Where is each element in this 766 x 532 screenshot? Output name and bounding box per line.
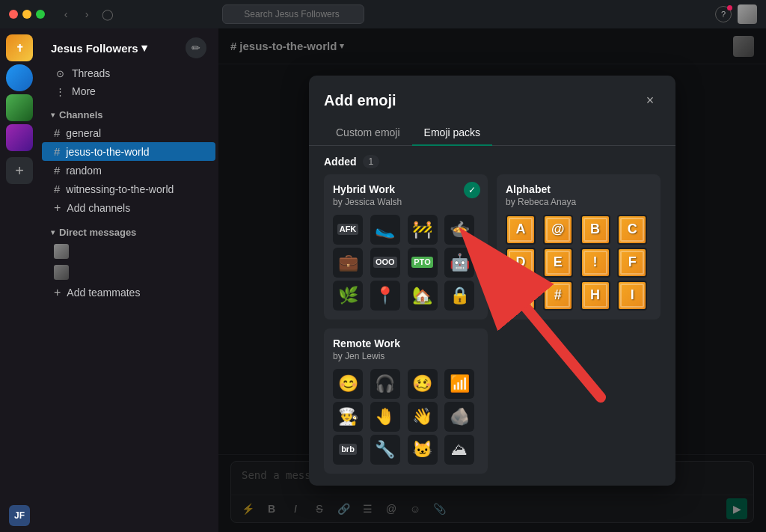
emoji-stones: 🪨 bbox=[444, 402, 474, 432]
sidebar-item-add-channels[interactable]: + Add channels bbox=[42, 198, 215, 218]
filter-badge[interactable]: 1 bbox=[363, 155, 380, 168]
workspace-sidebar: ✝ + JF bbox=[0, 28, 39, 532]
main-content: # jesus-to-the-world ▾ ⚡ B I S 🔗 ☰ bbox=[218, 28, 766, 532]
sidebar-item-threads[interactable]: ⊙ Threads bbox=[42, 64, 215, 82]
emoji-house: 🏡 bbox=[408, 281, 438, 311]
alpha-hash: # bbox=[543, 281, 573, 311]
tab-emoji-packs[interactable]: Emoji packs bbox=[412, 120, 492, 146]
compose-button[interactable]: ✏ bbox=[186, 37, 206, 58]
emoji-ooo: OOO bbox=[370, 248, 400, 278]
pack-author-hybrid: by Jessica Walsh bbox=[333, 197, 479, 207]
pack-emojis-remote: 😊 🎧 🥴 📶 👨‍🍳 🤚 👋 🪨 brb 🔧 🐱 ⛰ bbox=[333, 369, 479, 465]
threads-icon: ⊙ bbox=[54, 68, 66, 79]
alpha-at: @ bbox=[543, 215, 573, 245]
alpha-D: D bbox=[506, 248, 536, 278]
alpha-exclaim: ! bbox=[580, 248, 610, 278]
alpha-C: C bbox=[617, 215, 647, 245]
pack-hybrid-work[interactable]: Hybrid Work by Jessica Walsh ✓ AFK 🥿 🚧 🍲… bbox=[324, 174, 488, 319]
alpha-F: F bbox=[617, 248, 647, 278]
sidebar-item-jesus-to-the-world[interactable]: # jesus-to-the-world bbox=[42, 142, 215, 161]
sidebar-item-dm-2[interactable] bbox=[42, 262, 215, 283]
alpha-G: G bbox=[506, 281, 536, 311]
pack-header-hybrid: Hybrid Work by Jessica Walsh bbox=[333, 183, 479, 207]
pack-alphabet[interactable]: Alphabet by Rebeca Anaya A @ B C D E ! F bbox=[497, 174, 661, 319]
pack-header-remote: Remote Work by Jen Lewis bbox=[333, 337, 479, 361]
sidebar-item-add-teammates[interactable]: + Add teammates bbox=[42, 283, 215, 302]
pack-emojis-hybrid: AFK 🥿 🚧 🍲 💼 OOO PTO 🤖 🌿 📍 🏡 🔒 bbox=[333, 215, 479, 311]
alpha-E: E bbox=[543, 248, 573, 278]
pack-name-alphabet: Alphabet bbox=[506, 183, 652, 195]
pack-added-check: ✓ bbox=[464, 182, 480, 198]
emoji-headphones: 🎧 bbox=[370, 369, 400, 399]
user-avatar[interactable] bbox=[738, 4, 757, 24]
hash-icon: # bbox=[54, 164, 60, 177]
emoji-brb: brb bbox=[333, 435, 363, 465]
traffic-lights bbox=[9, 10, 45, 19]
modal-tabs: Custom emoji Emoji packs bbox=[309, 111, 675, 146]
emoji-chef: 👨‍🍳 bbox=[333, 402, 363, 432]
maximize-window-button[interactable] bbox=[36, 10, 45, 19]
modal-title: Add emoji bbox=[324, 92, 396, 109]
emoji-faces: 😊 bbox=[333, 369, 363, 399]
titlebar-right: ? bbox=[715, 4, 757, 24]
sidebar-item-dm-1[interactable] bbox=[42, 241, 215, 262]
channels-section-header: ▾ Channels bbox=[39, 100, 218, 123]
modal-backdrop[interactable]: Add emoji × Custom emoji Emoji packs Add… bbox=[218, 28, 766, 532]
pack-name-hybrid: Hybrid Work bbox=[333, 183, 479, 195]
alpha-I: I bbox=[617, 281, 647, 311]
pack-emojis-alphabet: A @ B C D E ! F G # H I bbox=[506, 215, 652, 311]
emoji-afk: AFK bbox=[333, 215, 363, 245]
close-window-button[interactable] bbox=[9, 10, 18, 19]
more-icon: ⋮ bbox=[54, 86, 66, 97]
minimize-window-button[interactable] bbox=[22, 10, 31, 19]
help-button[interactable]: ? bbox=[715, 6, 732, 22]
back-button[interactable]: ‹ bbox=[57, 5, 75, 23]
sidebar-item-more[interactable]: ⋮ More bbox=[42, 82, 215, 100]
pack-remote-work[interactable]: Remote Work by Jen Lewis 😊 🎧 🥴 📶 👨‍🍳 🤚 👋 bbox=[324, 328, 488, 474]
add-workspace-button[interactable]: + bbox=[6, 157, 33, 184]
pack-author-alphabet: by Rebeca Anaya bbox=[506, 197, 652, 207]
dm-avatar-2 bbox=[54, 265, 69, 280]
dm-section-header: ▾ Direct messages bbox=[39, 218, 218, 241]
filter-label: Added bbox=[324, 156, 357, 168]
search-input[interactable] bbox=[222, 4, 364, 24]
workspace-icon-1[interactable] bbox=[6, 64, 33, 91]
modal-filter: Added 1 bbox=[309, 146, 675, 174]
alpha-A: A bbox=[506, 215, 536, 245]
workspace-icon-2[interactable] bbox=[6, 94, 33, 121]
emoji-pto: PTO bbox=[408, 248, 438, 278]
alpha-H: H bbox=[580, 281, 610, 311]
user-status-badge[interactable]: JF bbox=[9, 505, 30, 526]
history-button[interactable]: ◯ bbox=[99, 5, 117, 23]
hash-icon: # bbox=[54, 183, 60, 195]
channel-sidebar: Jesus Followers ▾ ✏ ⊙ Threads ⋮ More ▾ C… bbox=[39, 28, 218, 532]
emoji-face2: 🥴 bbox=[408, 369, 438, 399]
sidebar-item-random[interactable]: # random bbox=[42, 161, 215, 180]
dm-avatar-1 bbox=[54, 244, 69, 259]
sidebar-header: Jesus Followers ▾ ✏ bbox=[39, 28, 218, 64]
modal-close-button[interactable]: × bbox=[640, 91, 661, 111]
sidebar-item-general[interactable]: # general bbox=[42, 123, 215, 142]
forward-button[interactable]: › bbox=[78, 5, 96, 23]
emoji-shoe: 🥿 bbox=[370, 215, 400, 245]
emoji-robot: 🤖 bbox=[444, 248, 474, 278]
emoji-wifi: 📶 bbox=[444, 369, 474, 399]
hash-icon: # bbox=[54, 145, 60, 158]
emoji-pin: 📍 bbox=[370, 281, 400, 311]
emoji-fire: 🍲 bbox=[444, 215, 474, 245]
emoji-tools: 🔧 bbox=[370, 435, 400, 465]
workspace-name[interactable]: Jesus Followers ▾ bbox=[51, 41, 147, 55]
notification-dot bbox=[727, 5, 732, 10]
emoji-road: 🚧 bbox=[408, 215, 438, 245]
emoji-bag: 💼 bbox=[333, 248, 363, 278]
dm-toggle[interactable]: ▾ bbox=[51, 228, 55, 236]
modal-body: Hybrid Work by Jessica Walsh ✓ AFK 🥿 🚧 🍲… bbox=[309, 174, 675, 486]
channels-toggle[interactable]: ▾ bbox=[51, 111, 55, 119]
pack-name-remote: Remote Work bbox=[333, 337, 479, 349]
emoji-lock: 🔒 bbox=[444, 281, 474, 311]
hash-icon: # bbox=[54, 126, 60, 139]
sidebar-item-witnessing[interactable]: # witnessing-to-the-world bbox=[42, 180, 215, 198]
workspace-icon-0[interactable]: ✝ bbox=[6, 34, 33, 61]
tab-custom-emoji[interactable]: Custom emoji bbox=[324, 120, 412, 146]
workspace-icon-3[interactable] bbox=[6, 124, 33, 151]
